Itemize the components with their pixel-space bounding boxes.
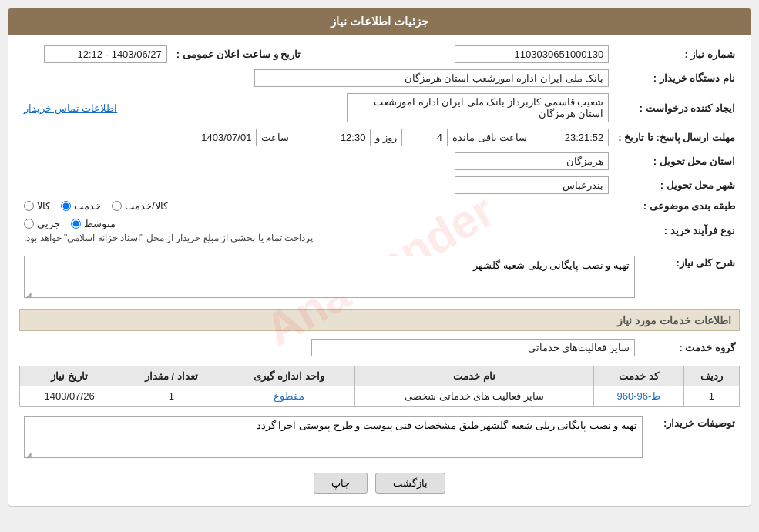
khadamat-section-header: اطلاعات خدمات مورد نیاز <box>19 309 740 331</box>
ostan-input: هرمزگان <box>455 152 609 170</box>
nooa-jozii-input[interactable] <box>24 219 34 229</box>
nam-dastgah-value: بانک ملی ایران اداره امورشعب استان هرمزگ… <box>19 66 613 90</box>
page-title: جزئیات اطلاعات نیاز <box>8 8 751 35</box>
tosif-table: توصیفات خریدار: ◢ <box>19 413 740 463</box>
ijad-konande-input: شعیب قاسمی کاربرداز بانک ملی ایران اداره… <box>347 93 609 122</box>
mohlat-label: مهلت ارسال پاسخ: تا تاریخ : <box>613 125 740 149</box>
tabaqe-khadamat-input[interactable] <box>61 201 71 211</box>
tabaqe-kala-khadamat-radio[interactable]: کالا/خدمت <box>112 200 168 212</box>
tabaqe-kala-label: کالا <box>37 200 50 212</box>
mohlat-baqi-input: 23:21:52 <box>532 129 609 146</box>
mohlat-saat-input: 12:30 <box>294 129 371 146</box>
ijad-konande-value: شعیب قاسمی کاربرداز بانک ملی ایران اداره… <box>305 90 613 125</box>
tosif-value: ◢ <box>19 413 647 463</box>
cell-kod-khadamat: ط-96-960 <box>594 386 683 407</box>
bazgasht-button[interactable]: بازگشت <box>375 473 445 494</box>
mohlat-rooz-label: روز و <box>375 132 397 143</box>
tabaqe-khadamat-radio[interactable]: خدمت <box>61 200 101 212</box>
resize-icon: ◢ <box>25 290 32 299</box>
cell-tarikh: 1403/07/26 <box>20 386 119 407</box>
tosif-textarea[interactable] <box>24 416 643 458</box>
tabaqe-label: طبقه بندی موضوعی : <box>613 197 740 215</box>
cell-nam-khadamat: سایر فعالیت های خدماتی شخصی <box>354 386 594 407</box>
col-nam-khadamat: نام خدمت <box>354 366 594 386</box>
tabaqe-kala-radio[interactable]: کالا <box>24 200 50 212</box>
gorooh-label: گروه خدمت : <box>640 336 740 360</box>
tosif-label: توصیفات خریدار: <box>647 413 740 463</box>
col-tarikh: تاریخ نیاز <box>20 366 119 386</box>
sharh-table: شرح کلی نیاز: ◢ <box>19 253 740 303</box>
info-table-top: شماره نیاز : 1103030651000130 تاریخ و سا… <box>19 42 740 246</box>
nooa-jozii-label: جزیی <box>37 218 60 229</box>
nam-dastgah-input: بانک ملی ایران اداره امورشعب استان هرمزگ… <box>254 69 609 87</box>
nooa-faraind-label: نوع فرآیند خرید : <box>613 215 740 246</box>
nooa-jozii-radio[interactable]: جزیی <box>24 218 60 229</box>
chap-button[interactable]: چاپ <box>314 473 368 494</box>
ostan-value: هرمزگان <box>19 149 613 173</box>
gorooh-value: سایر فعالیت‌های خدماتی <box>19 336 640 360</box>
mohlat-saat-label: ساعت <box>261 132 289 143</box>
shomara-niaz-value: 1103030651000130 <box>328 42 613 66</box>
nam-dastgah-label: نام دستگاه خریدار : <box>613 66 740 90</box>
table-row: 1 ط-96-960 سایر فعالیت های خدماتی شخصی م… <box>20 386 740 407</box>
col-radif: ردیف <box>683 366 739 386</box>
tabaqe-kala-input[interactable] <box>24 201 34 211</box>
main-card: جزئیات اطلاعات نیاز AnaT ender شماره نیا… <box>8 8 751 507</box>
tarikh-saat-label: تاریخ و ساعت اعلان عمومی : <box>172 42 305 66</box>
gorooh-table: گروه خدمت : سایر فعالیت‌های خدماتی <box>19 336 740 360</box>
items-table: ردیف کد خدمت نام خدمت واحد اندازه گیری ت… <box>19 366 740 407</box>
tabaqe-kala-khadamat-label: کالا/خدمت <box>125 200 168 212</box>
nooa-mottaset-label: متوسط <box>84 218 116 229</box>
tabaqe-kala-khadamat-input[interactable] <box>112 201 122 211</box>
shahr-value: بندرعباس <box>19 173 613 197</box>
sharh-container: ◢ <box>24 256 635 300</box>
nooa-row: جزیی متوسط پرداخت تمام یا بخشی از مبلغ خ… <box>19 215 613 246</box>
sharh-textarea[interactable] <box>24 256 635 298</box>
gorooh-input: سایر فعالیت‌های خدماتی <box>311 339 635 356</box>
sharh-value: ◢ <box>19 253 640 303</box>
ettelaat-tamas-link[interactable]: اطلاعات تماس خریدار <box>24 102 117 114</box>
nooa-mottaset-radio[interactable]: متوسط <box>71 218 116 229</box>
shahr-input: بندرعباس <box>455 176 609 194</box>
cell-radif: 1 <box>683 386 739 407</box>
tarikh-saat-value: 1403/06/27 - 12:12 <box>19 42 172 66</box>
tosif-container: ◢ <box>24 416 643 460</box>
cell-vahed: مقطوع <box>223 386 354 407</box>
nooa-mottaset-input[interactable] <box>71 219 81 229</box>
mohlat-date-input: 1403/07/01 <box>180 129 257 146</box>
col-kod-khadamat: کد خدمت <box>594 366 683 386</box>
mohlat-rooz-input: 4 <box>401 129 448 146</box>
tosif-resize-icon: ◢ <box>25 450 32 459</box>
nooa-note: پرداخت تمام یا بخشی از مبلغ خریدار از مح… <box>24 233 313 243</box>
cell-tedad: 1 <box>119 386 223 407</box>
card-body: AnaT ender شماره نیاز : 1103030651000130… <box>8 35 751 506</box>
shomara-niaz-input: 1103030651000130 <box>455 45 609 63</box>
page-wrapper: جزئیات اطلاعات نیاز AnaT ender شماره نیا… <box>0 0 759 532</box>
sharh-label: شرح کلی نیاز: <box>640 253 740 303</box>
mohlat-baqi-label: ساعت باقی مانده <box>452 132 527 143</box>
col-vahed: واحد اندازه گیری <box>223 366 354 386</box>
tarikh-saat-input: 1403/06/27 - 12:12 <box>44 45 167 63</box>
mohlat-row: 1403/07/01 ساعت 12:30 روز و 4 ساعت باقی … <box>19 125 613 149</box>
tabaqe-khadamat-label: خدمت <box>74 200 101 212</box>
shomara-niaz-label: شماره نیاز : <box>613 42 740 66</box>
ostan-label: استان محل تحویل : <box>613 149 740 173</box>
tabaqe-row: کالا خدمت کالا/خدمت <box>19 197 613 215</box>
shahr-label: شهر محل تحویل : <box>613 173 740 197</box>
ijad-konande-label: ایجاد کننده درخواست : <box>613 90 740 125</box>
col-tedad: تعداد / مقدار <box>119 366 223 386</box>
bottom-buttons: بازگشت چاپ <box>19 473 740 494</box>
